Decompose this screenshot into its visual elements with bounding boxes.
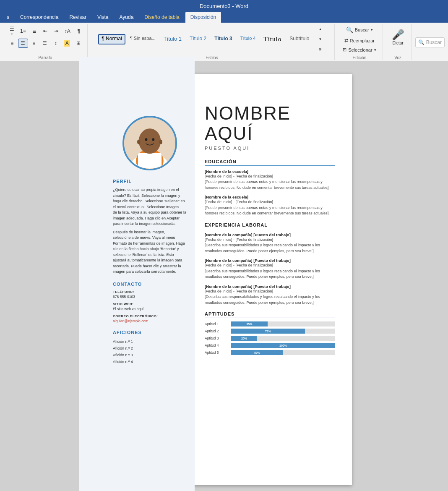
edu-desc-2: [Puede presumir de sus buenas notas y me… <box>205 205 335 217</box>
reemplazar-label: Reemplazar <box>350 38 375 43</box>
gallery-scroll-controls: ▲ ▼ ⊞ <box>315 24 326 54</box>
multilevel-list-button[interactable]: ≣ <box>29 26 39 36</box>
skill-name-2: Aptitud 2 <box>205 329 228 333</box>
skill-bar-bg-4: 100% <box>231 343 335 348</box>
title-bar: Documento3 - Word <box>0 0 448 12</box>
decrease-indent-icon: ⇤ <box>43 28 47 34</box>
skill-bar-fill-1: 35% <box>231 321 268 326</box>
telefono-value: 678-555-0103 <box>113 295 186 299</box>
style-titulo3[interactable]: Título 3 <box>211 34 236 44</box>
exp-entry-3: [Nombre de la compañía] [Puesto del trab… <box>205 284 335 306</box>
parrafo-row2: ≡ ☰ ≡ ☰ ↕ A ⊞ <box>7 38 83 48</box>
increase-indent-button[interactable]: ⇥ <box>51 26 61 36</box>
dictar-button[interactable]: 🎤 Dictar <box>388 24 408 50</box>
style-titulo[interactable]: Título <box>260 34 285 44</box>
line-spacing-button[interactable]: ↕ <box>51 39 61 48</box>
gallery-up-button[interactable]: ▲ <box>315 24 326 34</box>
exp-desc-2: [Describa sus responsabilidades y logros… <box>205 269 335 280</box>
multilevel-list-icon: ≣ <box>32 28 36 34</box>
svg-point-7 <box>137 140 140 144</box>
align-left-button[interactable]: ≡ <box>7 39 17 48</box>
sort-button[interactable]: ↕A <box>62 26 73 36</box>
ribbon: ☰ ≡ 1≡ ≣ ⇤ ⇥ ↕A ¶ <box>0 23 448 61</box>
aficiones-list: Afición n.º 1 Afición n.º 2 Afición n.º … <box>113 338 186 366</box>
tab-vista[interactable]: Vista <box>92 12 113 23</box>
cv-container: PERFIL ¿Quiere colocar su propia imagen … <box>113 91 335 468</box>
style-normal[interactable]: ¶ Normal <box>98 34 125 44</box>
bullet-list-button[interactable]: ☰ ≡ <box>7 24 17 37</box>
word-document[interactable]: PERFIL ¿Quiere colocar su propia imagen … <box>96 74 352 485</box>
perfil-text2: Después de insertar la imagen, selección… <box>113 230 186 275</box>
align-right-button[interactable]: ≡ <box>29 39 39 48</box>
exp-dates-2: [Fecha de inicio] - [Fecha de finalizaci… <box>205 263 335 269</box>
style-titulo2[interactable]: Título 2 <box>186 34 210 44</box>
svg-point-4 <box>138 128 161 154</box>
shading-button[interactable]: A <box>62 38 73 48</box>
show-formatting-button[interactable]: ¶ <box>74 26 84 36</box>
borders-button[interactable]: ⊞ <box>73 39 83 48</box>
sitioweb-value: El sitio web va aquí <box>113 307 186 311</box>
cv-job-title: PUESTO AQUÍ <box>205 146 335 151</box>
photo-container <box>113 116 186 170</box>
numbered-list-button[interactable]: 1≡ <box>18 26 29 36</box>
search-area: 🔍 Buscar <box>415 24 445 60</box>
seleccionar-button[interactable]: ⊡ Seleccionar ▾ <box>340 46 379 54</box>
skill-name-1: Aptitud 1 <box>205 322 228 326</box>
buscar-button[interactable]: 🔍 Buscar ▾ <box>340 24 379 35</box>
edu-school-1: [Nombre de la escuela] <box>205 169 335 174</box>
edu-dates-1: [Fecha de inicio] - [Fecha de finalizaci… <box>205 174 335 180</box>
svg-point-5 <box>145 138 147 141</box>
decrease-indent-button[interactable]: ⇤ <box>40 26 50 36</box>
style-subtitulo[interactable]: Subtítulo <box>286 34 313 44</box>
align-left-icon: ≡ <box>10 40 13 46</box>
gallery-down-button[interactable]: ▼ <box>315 34 326 44</box>
ribbon-group-estilos: ¶ Normal ¶ Sin espa... Título 1 Título 2… <box>89 24 335 60</box>
tab-disposicion[interactable]: Disposición <box>185 12 221 23</box>
experiencia-section: EXPERIENCIA LABORAL [Nombre de la compañ… <box>205 222 335 306</box>
skill-pct-3: 25% <box>241 337 247 340</box>
edu-dates-2: [Fecha de inicio] - [Fecha de finalizaci… <box>205 199 335 205</box>
perfil-title: PERFIL <box>113 179 186 184</box>
ribbon-search-box[interactable]: 🔍 Buscar <box>415 37 445 47</box>
skill-bar-bg-5: 50% <box>231 350 335 355</box>
justify-button[interactable]: ☰ <box>40 39 50 48</box>
skill-row-4: Aptitud 4 100% <box>205 343 335 348</box>
tab-correspondencia[interactable]: Correspondencia <box>15 12 63 23</box>
align-center-button[interactable]: ☰ <box>18 39 28 48</box>
skill-pct-2: 71% <box>265 330 271 333</box>
ribbon-tabs: s Correspondencia Revisar Vista Ayuda Di… <box>0 12 448 23</box>
reemplazar-button[interactable]: ⇄ Reemplazar <box>340 37 379 44</box>
estilos-label: Estilos <box>206 54 218 60</box>
exp-entry-1: [Nombre de la compañía] [Puesto del trab… <box>205 232 335 254</box>
gallery-more-button[interactable]: ⊞ <box>315 44 326 54</box>
search-icon: 🔍 <box>346 26 353 33</box>
style-titulo1[interactable]: Título 1 <box>160 34 185 44</box>
title-text: Documento3 - Word <box>200 3 248 9</box>
correo-value[interactable]: alguien@ejemplo.com <box>113 319 186 323</box>
search-placeholder: Buscar <box>426 39 442 45</box>
justify-icon: ☰ <box>42 40 47 46</box>
tab-ayuda[interactable]: Ayuda <box>115 12 139 23</box>
edu-entry-2: [Nombre de la escuela] [Fecha de inicio]… <box>205 195 335 217</box>
exp-desc-1: [Describa sus responsabilidades y logros… <box>205 243 335 254</box>
tab-archivo[interactable]: s <box>2 12 14 23</box>
edicion-label: Edición <box>352 54 366 60</box>
style-sinesp[interactable]: ¶ Sin espa... <box>127 34 159 44</box>
bullet-list-label: ≡ <box>11 32 13 36</box>
style-titulo4[interactable]: Título 4 <box>237 34 259 44</box>
skill-row-3: Aptitud 3 25% <box>205 336 335 341</box>
skill-bar-fill-2: 71% <box>231 329 305 334</box>
edicion-buttons: 🔍 Buscar ▾ ⇄ Reemplazar ⊡ Seleccionar ▾ <box>340 24 379 54</box>
skill-bar-bg-2: 71% <box>231 329 335 334</box>
numbered-list-icon: 1≡ <box>20 28 26 34</box>
perfil-text1: ¿Quiere colocar su propia imagen en el c… <box>113 187 186 227</box>
search-icon: 🔍 <box>418 39 425 45</box>
align-center-icon: ☰ <box>21 40 25 46</box>
exp-company-1: [Nombre de la compañía] [Puesto del trab… <box>205 232 335 237</box>
svg-point-6 <box>152 138 154 141</box>
tab-disenotabla[interactable]: Diseño de tabla <box>139 12 184 23</box>
hobby-3: Afición n.º 3 <box>113 352 186 358</box>
contacto-title: CONTACTO <box>113 282 186 287</box>
tab-revisar[interactable]: Revisar <box>64 12 91 23</box>
correo-label: CORREO ELECTRÓNICO: <box>113 314 186 318</box>
